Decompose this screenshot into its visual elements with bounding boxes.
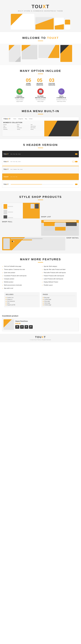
feature-text-2: App tab: Multi category <box>44 266 57 267</box>
header-version-underline <box>38 148 43 148</box>
device-phone <box>65 20 70 30</box>
feature-text-15: Ajax add to cart <box>4 288 13 289</box>
support-item-psd: Support psd file <box>6 304 38 306</box>
check-icon-12: ✓ <box>42 281 43 283</box>
mega-menu-title: MEGA MENU BUILT-IN <box>3 110 78 113</box>
shop-list-card <box>2 203 40 218</box>
feature-text-10: Latest Products with multi layouts <box>44 278 63 280</box>
shop-list-label: SHOP LIST <box>41 216 51 218</box>
hprev-logo-3: TOUXT <box>4 169 9 170</box>
hprev-actions-2 <box>72 161 77 162</box>
screen-thumb-3 <box>38 45 59 58</box>
timer-days-unit: DAYS <box>16 327 19 328</box>
feature-item-4: ✓ App tab: filter sales Product and labe… <box>42 268 79 271</box>
feature-item-9: ✓ Compare product <box>2 278 39 280</box>
shop-full-label: SHOP FULL <box>2 221 13 222</box>
plugin-slider-revolution: 🔄 SLIDERREVOLUTION The most powerfulslid… <box>33 88 48 102</box>
option-header-num: 05 <box>36 78 43 83</box>
mm-col-2: Shoes Bags Accessories Jewelry <box>17 124 30 130</box>
hprev-nav-item: Home <box>11 154 13 154</box>
support-item-contact2: Contact page <box>43 304 75 306</box>
hprev-nav-item: Blog <box>16 161 17 162</box>
options-heading: MANY OPTION INCLUDE <box>0 65 81 77</box>
feature-text-13: Multi woocommerce shortcode <box>4 284 22 286</box>
feature-text-7: Countdown Products with multi layouts <box>4 275 27 277</box>
product-title-bar <box>8 206 13 207</box>
mm-image-panel <box>44 121 79 136</box>
feature-item-10: ✓ Latest Products with multi layouts <box>42 278 79 280</box>
support-text-psd: Support psd file <box>7 304 15 306</box>
feature-text-8: Feature Products with multi layouts <box>44 275 64 277</box>
check-icon-14: ✓ <box>42 284 43 286</box>
shop-full-img <box>41 220 79 236</box>
support-text-about: About page <box>44 302 50 304</box>
style-shop-section: STYLE SHOP PRODUCTS <box>0 191 81 254</box>
feature-item-7: ✓ Countdown Products with multi layouts <box>2 274 39 277</box>
support-item-about: About page <box>43 302 75 304</box>
mm-item-bags: Bags <box>17 126 30 127</box>
welcome-screens <box>0 44 81 65</box>
hprev-nav-item: Home <box>11 161 13 162</box>
welcome-title: WELCOME TO TOUXT <box>3 36 78 40</box>
product-item <box>55 222 66 226</box>
countdown-product-title: Classic Floral Dress <box>15 320 77 322</box>
feature-text-11: Wishlist product <box>4 281 13 283</box>
mm-item-new: New Arrivals <box>31 126 43 127</box>
mm-item-sale: Sale <box>31 124 43 126</box>
shop-full-grid <box>44 222 76 231</box>
support-item-ui: Unique UI <box>6 298 38 300</box>
product-thumb <box>4 210 7 214</box>
shop-list-products <box>3 204 13 218</box>
support-item-sass: Sass <box>6 302 38 304</box>
product-title-bar <box>8 217 13 218</box>
screen-thumb-4 <box>60 45 72 62</box>
feature-text-3: Theme options: Customize live view <box>4 269 25 270</box>
feature-item-14: ✓ Flexible Layout <box>42 284 79 286</box>
support-text-sass: Sass <box>7 302 10 304</box>
product-item <box>66 222 77 226</box>
hero-tagline: Multi Store e-Commerce WordPress Theme <box>3 10 78 12</box>
mm-item-swimwear: Swimwear <box>3 129 16 130</box>
shop-full-card <box>41 220 79 236</box>
hprev-nav-item: Shop <box>13 161 15 162</box>
feature-item-5: ✓ Quick view product <box>2 271 39 274</box>
feature-item-13: ✓ Multi woocommerce shortcode <box>2 284 39 286</box>
header-version-section: 5 HEADER VERSION TOUXT Home Shop Blog Co… <box>0 139 81 191</box>
mm-nav-contact: Contact <box>28 118 33 120</box>
header-preview-2: TOUXT Home Shop Blog Contact <box>2 158 79 165</box>
list-row <box>3 210 13 215</box>
hprev-cart-btn <box>75 154 77 155</box>
hprev-divider-5 <box>11 184 73 184</box>
hprev-logo-2: TOUXT <box>4 161 9 162</box>
header-preview-5: TOUXT <box>2 181 79 188</box>
header-version-title: 5 HEADER VERSION <box>3 143 78 147</box>
header-preview-1: TOUXT Home Shop Blog Contact <box>2 151 79 158</box>
shop-detail-inner <box>2 237 65 250</box>
timer-seconds: 20 SEC <box>29 325 33 329</box>
add-to-cart-btn[interactable] <box>11 242 17 244</box>
countdown-timer: 02 DAYS 14 HRS 35 MIN 20 SEC <box>15 325 77 329</box>
hprev-nav-item: Categories <box>13 169 17 170</box>
hprev-nav-item: Blog <box>16 176 17 177</box>
hprev-nav-item: Home <box>11 169 13 170</box>
options-underline <box>38 74 43 74</box>
support-card-right: Pages Blog page Contact page Shop page A… <box>41 292 77 307</box>
mm-item-bottoms: Bottoms <box>3 127 16 128</box>
support-card-left: Includes Custom Css Unique UI Font Aweso… <box>4 292 40 307</box>
support-dot <box>43 301 43 302</box>
support-item-contact: Contact page <box>43 298 75 300</box>
timer-minutes: 35 MIN <box>25 325 28 329</box>
visual-composer-label: VISUALCOMPOSER <box>12 96 27 98</box>
mm-collection-heading: WOMEN'S COLLECTION <box>3 122 43 123</box>
style-shop-heading: STYLE SHOP PRODUCTS <box>0 191 81 203</box>
feature-text-5: Quick view product <box>4 272 15 274</box>
screen-thumb-2 <box>22 45 37 59</box>
device-tablet <box>55 18 64 30</box>
features-heading: MANY MORE FEATURES <box>2 254 79 265</box>
timer-days-num: 02 <box>16 326 19 327</box>
shop-detail-card <box>2 237 65 250</box>
support-text-css: Custom Css <box>7 297 14 298</box>
mm-item-dresses: Dresses <box>3 124 16 126</box>
mega-menu-preview: TOUXT Home Categories Blog Contact WOMEN… <box>2 117 79 136</box>
support-dot <box>6 297 7 298</box>
